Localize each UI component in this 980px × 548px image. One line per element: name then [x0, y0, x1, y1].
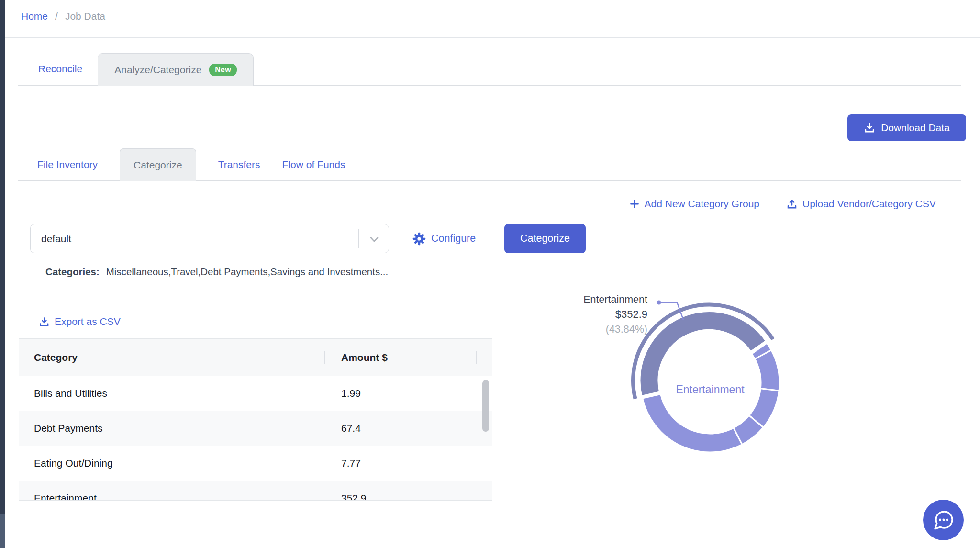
page: Home / Job Data Reconcile Analyze/Catego…: [0, 0, 980, 548]
tab-analyze-label: Analyze/Categorize: [114, 64, 201, 76]
categories-label: Categories:: [45, 266, 100, 277]
add-category-group-link[interactable]: Add New Category Group: [629, 198, 759, 210]
tooltip-leader-line: [651, 297, 694, 325]
main-tabs: Reconcile Analyze/Categorize New: [37, 53, 254, 86]
download-data-button[interactable]: Download Data: [847, 114, 966, 141]
categories-summary: Categories:Miscellaneous,Travel,Debt Pay…: [45, 266, 388, 278]
upload-vendor-csv-link[interactable]: Upload Vendor/Category CSV: [786, 198, 936, 210]
tooltip-percent: (43.84%): [583, 322, 647, 337]
category-group-select[interactable]: default: [30, 224, 389, 253]
chart-tooltip: Entertainment $352.9 (43.84%): [583, 292, 647, 337]
cell-amount: 352.9: [326, 492, 367, 501]
cell-category: Bills and Utilities: [19, 388, 326, 399]
chat-button[interactable]: [923, 500, 964, 540]
subtab-file-inventory[interactable]: File Inventory: [37, 148, 98, 181]
subtab-categorize[interactable]: Categorize: [120, 148, 196, 181]
left-rail-scroll-indicator: [0, 514, 5, 548]
header-column-divider: [324, 351, 325, 364]
cell-amount: 67.4: [326, 423, 361, 434]
tab-reconcile[interactable]: Reconcile: [37, 53, 83, 86]
cell-amount: 1.99: [326, 388, 361, 399]
download-icon: [864, 122, 875, 134]
cell-category: Eating Out/Dining: [19, 458, 326, 469]
add-category-group-label: Add New Category Group: [645, 198, 759, 210]
column-header-amount[interactable]: Amount $: [326, 352, 388, 363]
table-header: Category Amount $: [19, 339, 492, 376]
categories-value: Miscellaneous,Travel,Debt Payments,Savin…: [106, 266, 388, 277]
donut-slice[interactable]: [643, 394, 742, 452]
export-csv-label: Export as CSV: [55, 316, 121, 327]
breadcrumb-separator: /: [55, 11, 58, 22]
subtab-flow-of-funds[interactable]: Flow of Funds: [282, 148, 345, 181]
table-scrollbar-thumb[interactable]: [482, 380, 489, 432]
breadcrumb-current: Job Data: [65, 11, 105, 22]
breadcrumb: Home / Job Data: [21, 11, 105, 22]
subtab-categorize-label: Categorize: [134, 159, 182, 171]
category-group-selected-value: default: [31, 233, 389, 245]
categorize-button-label: Categorize: [520, 233, 570, 245]
leader-dot: [657, 301, 661, 305]
new-badge: New: [209, 64, 237, 76]
table-row: Entertainment352.9: [19, 481, 492, 501]
tab-analyze-categorize[interactable]: Analyze/Categorize New: [98, 53, 254, 86]
header-column-divider: [476, 351, 477, 364]
export-download-icon: [39, 316, 50, 327]
tooltip-value: $352.9: [583, 307, 647, 322]
donut-slice[interactable]: [755, 350, 780, 391]
gear-icon: [412, 232, 426, 246]
select-divider: [358, 229, 359, 248]
category-actions: Add New Category Group Upload Vendor/Cat…: [629, 196, 936, 212]
cell-amount: 7.77: [326, 458, 361, 469]
cell-category: Debt Payments: [19, 423, 326, 434]
categorize-button[interactable]: Categorize: [504, 224, 586, 253]
category-amount-table: Category Amount $ Bills and Utilities1.9…: [19, 338, 492, 501]
table-row: Bills and Utilities1.99: [19, 376, 492, 411]
export-csv-link[interactable]: Export as CSV: [39, 316, 121, 327]
upload-vendor-csv-label: Upload Vendor/Category CSV: [802, 198, 936, 210]
download-data-label: Download Data: [881, 122, 950, 134]
header-divider: [5, 37, 980, 38]
left-rail: [0, 0, 5, 514]
tooltip-category: Entertainment: [583, 292, 647, 307]
table-row: Eating Out/Dining7.77: [19, 446, 492, 481]
table-row: Debt Payments67.4: [19, 411, 492, 446]
sub-tabs: File Inventory Categorize Transfers Flow…: [37, 148, 345, 181]
subtab-transfers[interactable]: Transfers: [218, 148, 260, 181]
configure-link[interactable]: Configure: [412, 224, 476, 253]
plus-icon: [629, 199, 640, 209]
column-header-category[interactable]: Category: [19, 352, 326, 363]
cell-category: Entertainment: [19, 492, 326, 501]
chevron-down-icon: [368, 233, 381, 246]
breadcrumb-home-link[interactable]: Home: [21, 11, 48, 22]
donut-center-label: Entertainment: [676, 383, 744, 396]
upload-icon: [786, 198, 798, 210]
table-body: Bills and Utilities1.99Debt Payments67.4…: [19, 376, 492, 501]
chat-bubble-icon: [932, 509, 955, 532]
configure-label: Configure: [431, 233, 476, 245]
